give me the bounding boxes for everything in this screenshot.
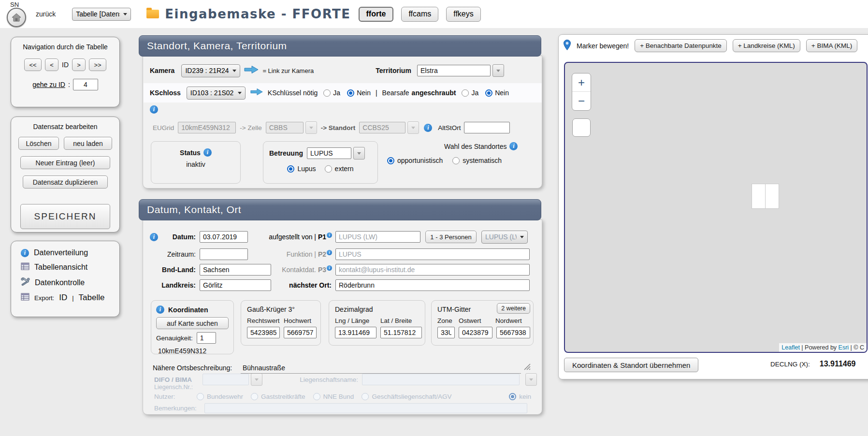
betreuung-lupus-radio[interactable]: [287, 165, 294, 173]
wahl-des-standortes-group: Wahl des Standortes i opportunistisch sy…: [387, 142, 538, 164]
link-arrow-icon[interactable]: [244, 65, 259, 76]
home-button[interactable]: SN: [4, 0, 30, 28]
info-icon[interactable]: i: [156, 305, 164, 314]
kschloss-row: KSchloss ID103 : 21S02 KSchlüssel nötig …: [144, 83, 542, 102]
info-icon[interactable]: i: [509, 142, 518, 150]
hochwert-input[interactable]: [284, 327, 317, 338]
utm-zone-input[interactable]: [437, 327, 455, 338]
territorium-label: Territorium: [376, 67, 411, 74]
territorium-dropdown-button[interactable]: [492, 64, 504, 77]
last-record-button[interactable]: >>: [89, 58, 106, 71]
kamera-select[interactable]: ID239 : 21R24: [181, 64, 240, 77]
info-icon[interactable]: i: [203, 148, 212, 157]
auf-karte-suchen-button[interactable]: auf Karte suchen: [156, 317, 229, 329]
genauigkeit-input[interactable]: [197, 332, 216, 344]
next-record-button[interactable]: >: [72, 58, 86, 71]
marker-hint: Marker bewegen!: [577, 42, 629, 50]
table-icon: [21, 293, 29, 303]
bearsafe-ja-radio[interactable]: [462, 89, 469, 97]
utm-nord-input[interactable]: [496, 327, 530, 338]
naechster-ort-label: nächster Ort:: [259, 281, 332, 289]
first-record-button[interactable]: <<: [24, 58, 42, 71]
territorium-input[interactable]: [417, 65, 491, 76]
app-button-ffkeys[interactable]: ffkeys: [446, 7, 481, 22]
tools-icon: [21, 277, 30, 288]
lng-input[interactable]: [335, 327, 376, 338]
info-icon[interactable]: i: [327, 250, 332, 255]
betreuung-dropdown-button[interactable]: [353, 147, 365, 160]
export-label: Export:: [34, 294, 54, 302]
home-icon: [7, 8, 26, 27]
wahl-opportunistisch-radio[interactable]: [387, 157, 394, 164]
record-title: Datensatz bearbeiten: [11, 123, 119, 131]
export-id-link[interactable]: ID: [59, 293, 67, 303]
prev-record-button[interactable]: <: [45, 58, 58, 71]
zoom-in-button[interactable]: +: [572, 73, 591, 92]
p3-input[interactable]: [335, 264, 530, 276]
nutzer-kein-radio[interactable]: [509, 393, 516, 400]
utm-ost-input[interactable]: [459, 327, 492, 338]
benachbarte-datenpunkte-button[interactable]: + Benachbarte Datenpunkte: [635, 39, 727, 52]
datenkontrolle-label: Datenkontrolle: [35, 278, 85, 287]
bearsafe-label: Bearsafe: [382, 89, 409, 97]
lat-input[interactable]: [380, 327, 422, 338]
app-button-ffcams[interactable]: ffcams: [401, 7, 438, 22]
altstort-input[interactable]: [464, 122, 510, 133]
delete-button[interactable]: Löschen: [18, 137, 59, 150]
reload-button[interactable]: neu laden: [64, 137, 112, 150]
naechster-ort-input[interactable]: [335, 279, 530, 291]
info-icon[interactable]: i: [327, 265, 332, 271]
info-icon[interactable]: i: [327, 233, 332, 238]
nutzer-label: Nutzer:: [154, 393, 197, 400]
kschluessel-ja-radio[interactable]: [323, 89, 331, 97]
info-icon[interactable]: i: [150, 105, 158, 114]
datenverteilung-link[interactable]: i Datenverteilung: [21, 248, 119, 257]
map-layers-button[interactable]: [572, 118, 591, 137]
zoom-out-button[interactable]: −: [572, 92, 591, 110]
resize-grip-icon[interactable]: [524, 363, 531, 372]
kschloss-select[interactable]: ID103 : 21S02: [187, 87, 246, 100]
personen-select[interactable]: LUPUS (LW: [481, 231, 528, 244]
p2-label: Funktion | P2i: [259, 250, 332, 258]
goto-id-input[interactable]: [73, 79, 98, 90]
personen-button[interactable]: 1 - 3 Personen: [425, 231, 477, 243]
goto-id-link[interactable]: gehe zu ID: [32, 81, 65, 88]
bima-kml-button[interactable]: + BIMA (KML): [806, 39, 857, 52]
landkreis-label: Landkreis:: [150, 281, 196, 289]
rechtswert-input[interactable]: [247, 327, 280, 338]
betreuung-input[interactable]: [307, 147, 351, 159]
duplicate-button[interactable]: Datensatz duplizieren: [23, 175, 108, 189]
map-canvas[interactable]: + − Leaflet | Powered by Esri | © C: [564, 62, 868, 353]
info-icon[interactable]: i: [424, 124, 432, 132]
betreuung-extern-radio[interactable]: [325, 165, 332, 173]
kamera-select-value: ID239 : 21R24: [185, 67, 229, 74]
nutzer-gaststreitkraefte-label: Gaststreitkräfte: [261, 393, 305, 400]
table-select[interactable]: Tabelle [Datens: [72, 8, 131, 21]
landkreis-row-left: Landkreis:: [150, 279, 271, 291]
p1-input[interactable]: [335, 231, 420, 243]
bearsafe-nein-radio[interactable]: [485, 89, 492, 97]
nutzer-geschaeftsliegenschaft-label: Geschäftsliegenschaft/AGV: [372, 393, 451, 400]
app-button-fforte[interactable]: fforte: [359, 7, 394, 22]
new-entry-button[interactable]: Neuer Eintrag (leer): [20, 156, 110, 169]
ortsbeschreibung-input[interactable]: [241, 363, 521, 374]
landkreise-kml-button[interactable]: + Landkreise (KML): [733, 39, 800, 52]
export-table-link[interactable]: Tabelle: [79, 293, 105, 303]
link-arrow-icon[interactable]: [250, 88, 263, 98]
koordinaten-uebernehmen-button[interactable]: Koordinaten & Standort übernehmen: [564, 358, 698, 372]
info-icon[interactable]: i: [150, 233, 158, 241]
tabellenansicht-link[interactable]: Tabellenansicht: [21, 262, 119, 272]
esri-link[interactable]: Esri: [839, 344, 849, 351]
datenkontrolle-link[interactable]: Datenkontrolle: [21, 277, 119, 288]
nutzer-nne-bund-radio: [313, 393, 320, 400]
utm-more-button[interactable]: 2 weitere: [497, 303, 530, 314]
datum-input[interactable]: [200, 231, 248, 243]
kschluessel-nein-radio[interactable]: [347, 89, 354, 97]
leaflet-link[interactable]: Leaflet: [781, 344, 800, 351]
wahl-systematisch-radio[interactable]: [452, 157, 460, 164]
genauigkeit-label: Genauigkeit:: [156, 334, 193, 342]
zeitraum-input[interactable]: [200, 248, 248, 260]
back-link[interactable]: zurück: [36, 10, 56, 18]
save-button[interactable]: SPEICHERN: [20, 204, 110, 229]
p2-input[interactable]: [335, 248, 530, 260]
